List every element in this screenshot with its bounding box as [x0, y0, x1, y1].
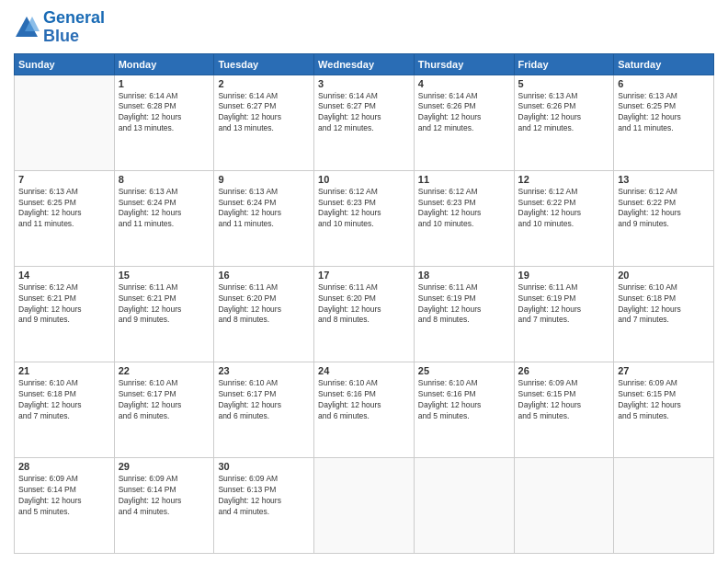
sunset-text: Sunset: 6:25 PM: [618, 101, 710, 112]
daylight-text: Daylight: 12 hours: [418, 304, 510, 316]
calendar-cell: 28Sunrise: 6:09 AMSunset: 6:14 PMDayligh…: [15, 457, 115, 553]
logo-icon: [14, 15, 40, 40]
sunset-text: Sunset: 6:16 PM: [418, 389, 510, 400]
daylight-text: Daylight: 12 hours: [218, 112, 310, 123]
day-number: 15: [119, 270, 210, 281]
sunset-text: Sunset: 6:21 PM: [119, 293, 210, 304]
calendar-cell: 6Sunrise: 6:13 AMSunset: 6:25 PMDaylight…: [614, 75, 714, 170]
sunset-text: Sunset: 6:23 PM: [318, 198, 410, 209]
day-number: 10: [318, 174, 410, 185]
weekday-header-tuesday: Tuesday: [214, 53, 314, 75]
sunrise-text: Sunrise: 6:10 AM: [119, 378, 210, 389]
calendar-cell: [15, 75, 115, 170]
sunrise-text: Sunrise: 6:10 AM: [418, 378, 510, 389]
daylight-text-cont: and 6 minutes.: [318, 411, 410, 422]
day-number: 1: [119, 78, 210, 89]
day-number: 3: [318, 78, 410, 89]
sunrise-text: Sunrise: 6:13 AM: [119, 187, 210, 198]
sunrise-text: Sunrise: 6:12 AM: [518, 187, 610, 198]
weekday-header-row: SundayMondayTuesdayWednesdayThursdayFrid…: [15, 53, 714, 75]
day-number: 12: [518, 174, 610, 185]
day-number: 22: [119, 365, 210, 376]
sunrise-text: Sunrise: 6:09 AM: [618, 378, 710, 389]
daylight-text-cont: and 11 minutes.: [119, 219, 210, 230]
sunrise-text: Sunrise: 6:14 AM: [318, 91, 410, 102]
week-row-1: 7Sunrise: 6:13 AMSunset: 6:25 PMDaylight…: [15, 170, 714, 266]
daylight-text: Daylight: 12 hours: [18, 496, 110, 507]
sunrise-text: Sunrise: 6:13 AM: [618, 91, 710, 102]
daylight-text: Daylight: 12 hours: [218, 496, 310, 507]
sunrise-text: Sunrise: 6:10 AM: [218, 378, 310, 389]
sunrise-text: Sunrise: 6:11 AM: [418, 282, 510, 293]
calendar-cell: 21Sunrise: 6:10 AMSunset: 6:18 PMDayligh…: [15, 362, 115, 457]
day-number: 24: [318, 365, 410, 376]
sunrise-text: Sunrise: 6:11 AM: [218, 282, 310, 293]
sunrise-text: Sunrise: 6:13 AM: [218, 187, 310, 198]
daylight-text: Daylight: 12 hours: [218, 400, 310, 411]
sunset-text: Sunset: 6:24 PM: [119, 198, 210, 209]
calendar-cell: 30Sunrise: 6:09 AMSunset: 6:13 PMDayligh…: [214, 457, 314, 553]
calendar-cell: 24Sunrise: 6:10 AMSunset: 6:16 PMDayligh…: [314, 362, 415, 457]
calendar-cell: 25Sunrise: 6:10 AMSunset: 6:16 PMDayligh…: [414, 362, 514, 457]
daylight-text-cont: and 5 minutes.: [618, 411, 710, 422]
daylight-text: Daylight: 12 hours: [119, 496, 210, 507]
calendar-cell: 8Sunrise: 6:13 AMSunset: 6:24 PMDaylight…: [114, 170, 214, 266]
sunset-text: Sunset: 6:15 PM: [518, 389, 610, 400]
calendar-cell: [314, 457, 415, 553]
daylight-text-cont: and 12 minutes.: [418, 123, 510, 134]
sunset-text: Sunset: 6:18 PM: [618, 293, 710, 304]
day-number: 29: [119, 461, 210, 472]
logo: General Blue: [14, 9, 105, 46]
day-number: 16: [218, 270, 310, 281]
sunset-text: Sunset: 6:13 PM: [218, 485, 310, 496]
week-row-4: 28Sunrise: 6:09 AMSunset: 6:14 PMDayligh…: [15, 457, 714, 553]
daylight-text: Daylight: 12 hours: [518, 208, 610, 219]
day-number: 8: [119, 174, 210, 185]
calendar-cell: 16Sunrise: 6:11 AMSunset: 6:20 PMDayligh…: [214, 266, 314, 362]
daylight-text: Daylight: 12 hours: [418, 208, 510, 219]
day-number: 6: [618, 78, 710, 89]
sunset-text: Sunset: 6:26 PM: [418, 101, 510, 112]
daylight-text: Daylight: 12 hours: [418, 112, 510, 123]
sunset-text: Sunset: 6:27 PM: [318, 101, 410, 112]
day-number: 20: [618, 270, 710, 281]
calendar-cell: [614, 457, 714, 553]
sunrise-text: Sunrise: 6:14 AM: [218, 91, 310, 102]
calendar-cell: 12Sunrise: 6:12 AMSunset: 6:22 PMDayligh…: [514, 170, 614, 266]
daylight-text-cont: and 12 minutes.: [318, 123, 410, 134]
day-number: 21: [18, 365, 110, 376]
sunset-text: Sunset: 6:17 PM: [119, 389, 210, 400]
weekday-header-thursday: Thursday: [414, 53, 514, 75]
page: General Blue SundayMondayTuesdayWednesda…: [0, 0, 728, 563]
sunset-text: Sunset: 6:20 PM: [218, 293, 310, 304]
calendar-cell: 3Sunrise: 6:14 AMSunset: 6:27 PMDaylight…: [314, 75, 415, 170]
calendar-table: SundayMondayTuesdayWednesdayThursdayFrid…: [14, 53, 714, 554]
calendar-cell: 5Sunrise: 6:13 AMSunset: 6:26 PMDaylight…: [514, 75, 614, 170]
sunrise-text: Sunrise: 6:09 AM: [218, 474, 310, 485]
sunrise-text: Sunrise: 6:12 AM: [318, 187, 410, 198]
daylight-text: Daylight: 12 hours: [618, 112, 710, 123]
daylight-text: Daylight: 12 hours: [518, 304, 610, 316]
sunset-text: Sunset: 6:14 PM: [119, 485, 210, 496]
day-number: 27: [618, 365, 710, 376]
daylight-text-cont: and 8 minutes.: [318, 315, 410, 326]
sunrise-text: Sunrise: 6:11 AM: [318, 282, 410, 293]
sunset-text: Sunset: 6:22 PM: [618, 198, 710, 209]
daylight-text-cont: and 6 minutes.: [119, 411, 210, 422]
daylight-text: Daylight: 12 hours: [119, 112, 210, 123]
calendar-cell: 9Sunrise: 6:13 AMSunset: 6:24 PMDaylight…: [214, 170, 314, 266]
daylight-text-cont: and 9 minutes.: [618, 219, 710, 230]
sunrise-text: Sunrise: 6:12 AM: [18, 282, 110, 293]
sunrise-text: Sunrise: 6:09 AM: [119, 474, 210, 485]
daylight-text-cont: and 4 minutes.: [119, 507, 210, 518]
daylight-text-cont: and 11 minutes.: [218, 219, 310, 230]
sunrise-text: Sunrise: 6:10 AM: [18, 378, 110, 389]
calendar-cell: 26Sunrise: 6:09 AMSunset: 6:15 PMDayligh…: [514, 362, 614, 457]
calendar-cell: 11Sunrise: 6:12 AMSunset: 6:23 PMDayligh…: [414, 170, 514, 266]
day-number: 14: [18, 270, 110, 281]
daylight-text: Daylight: 12 hours: [518, 112, 610, 123]
day-number: 19: [518, 270, 610, 281]
week-row-0: 1Sunrise: 6:14 AMSunset: 6:28 PMDaylight…: [15, 75, 714, 170]
day-number: 30: [218, 461, 310, 472]
calendar-cell: 15Sunrise: 6:11 AMSunset: 6:21 PMDayligh…: [114, 266, 214, 362]
